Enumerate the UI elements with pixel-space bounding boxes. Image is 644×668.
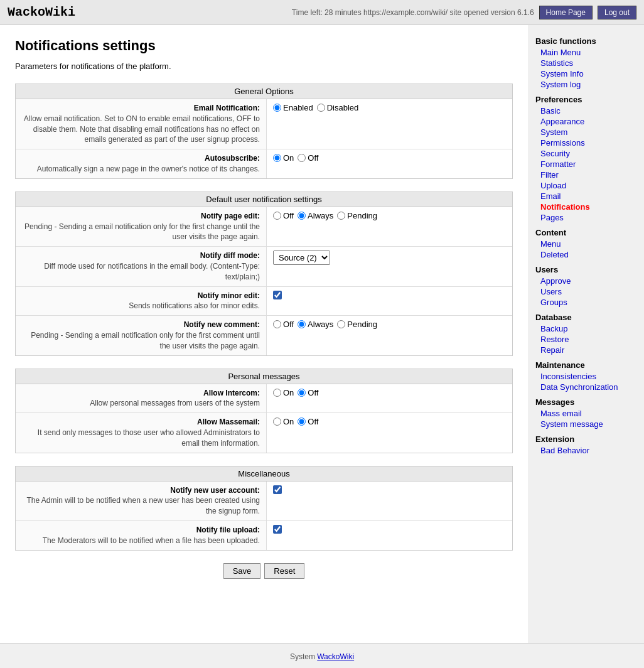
allow-intercom-row: Allow Intercom: Allow personal messages …	[16, 384, 512, 414]
notify-page-edit-off-radio[interactable]	[273, 212, 281, 220]
notify-new-comment-off-radio[interactable]	[273, 320, 281, 328]
sidebar-item-notifications[interactable]: Notifications	[535, 202, 636, 212]
footer-link[interactable]: WackoWiki	[317, 652, 354, 661]
header-info: Time left: 28 minutes https://example.co…	[292, 8, 534, 17]
page-title: Notifications settings	[15, 38, 513, 54]
notify-new-comment-always-option[interactable]: Always	[298, 320, 333, 329]
notify-page-edit-off-option[interactable]: Off	[273, 211, 294, 220]
notify-page-edit-always-option[interactable]: Always	[298, 211, 333, 220]
sidebar-item-system-info[interactable]: System Info	[535, 68, 636, 79]
allow-massemail-on-option[interactable]: On	[273, 417, 294, 426]
allow-intercom-off-option[interactable]: Off	[298, 388, 318, 397]
sidebar-item-approve[interactable]: Approve	[535, 276, 636, 286]
sidebar-item-menu[interactable]: Menu	[535, 239, 636, 249]
homepage-button[interactable]: Home Page	[539, 6, 593, 19]
allow-intercom-value: On Off	[267, 384, 512, 413]
autosubscribe-off-radio[interactable]	[298, 154, 306, 162]
notify-new-comment-row: Notify new comment: Pending - Sending a …	[16, 316, 512, 355]
notify-new-comment-label-strong: Notify new comment:	[184, 320, 260, 329]
allow-massemail-value: On Off	[267, 413, 512, 452]
autosubscribe-value: On Off	[267, 149, 512, 178]
sidebar-item-data-synchronization[interactable]: Data Synchronization	[535, 382, 636, 392]
sidebar-item-security[interactable]: Security	[535, 148, 636, 159]
autosubscribe-radios: On Off	[273, 153, 318, 163]
sidebar-item-filter[interactable]: Filter	[535, 170, 636, 180]
notify-page-edit-pending-option[interactable]: Pending	[337, 211, 377, 220]
sidebar-item-email[interactable]: Email	[535, 191, 636, 202]
header-right: Time left: 28 minutes https://example.co…	[292, 6, 636, 19]
email-enabled-option[interactable]: Enabled	[273, 103, 313, 112]
sidebar-item-formatter[interactable]: Formatter	[535, 159, 636, 170]
sidebar-section-basic-functions: Basic functions	[535, 36, 636, 46]
sidebar-item-repair[interactable]: Repair	[535, 345, 636, 355]
notify-diff-mode-value: Source (2)	[267, 247, 512, 286]
sidebar-item-groups[interactable]: Groups	[535, 297, 636, 308]
email-disabled-option[interactable]: Disabled	[317, 103, 359, 112]
sidebar-item-system-log[interactable]: System log	[535, 79, 636, 90]
reset-button[interactable]: Reset	[264, 563, 304, 579]
notify-new-user-checkbox[interactable]	[273, 485, 282, 494]
personal-messages-title: Personal messages	[16, 369, 512, 384]
email-notification-row: Email Notification: Allow email notifica…	[16, 99, 512, 149]
notify-diff-mode-select[interactable]: Source (2)	[273, 251, 330, 265]
sidebar-item-inconsistencies[interactable]: Inconsistencies	[535, 371, 636, 382]
sidebar-item-system[interactable]: System	[535, 127, 636, 137]
email-notification-label-strong: Email Notification:	[194, 104, 260, 112]
sidebar-item-users[interactable]: Users	[535, 286, 636, 297]
sidebar-item-backup[interactable]: Backup	[535, 323, 636, 334]
sidebar-item-appearance[interactable]: Appearance	[535, 116, 636, 127]
notify-new-comment-value: Off Always Pending	[267, 316, 512, 355]
notify-page-edit-radios: Off Always Pending	[273, 211, 377, 220]
sidebar-item-basic[interactable]: Basic	[535, 105, 636, 116]
form-buttons: Save Reset	[15, 563, 513, 579]
notify-new-comment-desc: Pending - Sending a email notification o…	[31, 331, 260, 350]
sidebar-item-deleted[interactable]: Deleted	[535, 249, 636, 260]
notify-file-upload-checkbox[interactable]	[273, 525, 282, 534]
allow-massemail-off-option[interactable]: Off	[298, 417, 318, 426]
notify-page-edit-always-radio[interactable]	[298, 212, 306, 220]
logout-button[interactable]: Log out	[598, 6, 636, 19]
notify-new-comment-pending-option[interactable]: Pending	[337, 320, 377, 329]
allow-massemail-on-radio[interactable]	[273, 418, 281, 426]
email-enabled-radio[interactable]	[273, 104, 281, 112]
allow-intercom-on-option[interactable]: On	[273, 388, 294, 397]
sidebar-item-system-message[interactable]: System message	[535, 419, 636, 429]
autosubscribe-row: Autosubscribe: Automatically sign a new …	[16, 149, 512, 178]
notify-new-user-label-strong: Notify new user account:	[170, 486, 260, 495]
miscellaneous-section: Miscellaneous Notify new user account: T…	[15, 466, 513, 551]
autosubscribe-on-radio[interactable]	[273, 154, 281, 162]
email-disabled-radio[interactable]	[317, 104, 325, 112]
notify-diff-mode-label-strong: Notify diff mode:	[200, 251, 260, 260]
autosubscribe-on-option[interactable]: On	[273, 153, 294, 163]
save-button[interactable]: Save	[223, 563, 261, 579]
notify-file-upload-value	[267, 521, 512, 550]
notify-file-upload-label: Notify file upload: The Moderators will …	[16, 521, 267, 550]
notify-new-comment-off-option[interactable]: Off	[273, 320, 294, 329]
autosubscribe-off-label: Off	[308, 153, 318, 163]
sidebar-item-upload[interactable]: Upload	[535, 180, 636, 191]
email-notification-desc: Allow email notification. Set to ON to e…	[24, 114, 260, 144]
notify-file-upload-label-strong: Notify file upload:	[196, 525, 260, 534]
sidebar-item-permissions[interactable]: Permissions	[535, 137, 636, 148]
sidebar-item-restore[interactable]: Restore	[535, 334, 636, 345]
autosubscribe-off-option[interactable]: Off	[298, 153, 318, 163]
allow-massemail-label-strong: Allow Massemail:	[197, 418, 260, 426]
allow-massemail-off-radio[interactable]	[298, 418, 306, 426]
personal-messages-section: Personal messages Allow Intercom: Allow …	[15, 369, 513, 453]
sidebar-item-statistics[interactable]: Statistics	[535, 58, 636, 68]
notify-diff-mode-label: Notify diff mode: Diff mode used for not…	[16, 247, 267, 286]
allow-intercom-on-radio[interactable]	[273, 389, 281, 397]
default-user-title: Default user notification settings	[16, 192, 512, 207]
sidebar-item-pages[interactable]: Pages	[535, 212, 636, 223]
notify-new-comment-pending-radio[interactable]	[337, 320, 345, 328]
allow-intercom-off-radio[interactable]	[298, 389, 306, 397]
sidebar-item-bad-behavior[interactable]: Bad Behavior	[535, 445, 636, 456]
sidebar-section-maintenance: Maintenance	[535, 360, 636, 370]
email-notification-radios: Enabled Disabled	[273, 103, 358, 112]
notify-page-edit-pending-radio[interactable]	[337, 212, 345, 220]
allow-massemail-desc: It send only messages to those user who …	[38, 428, 260, 448]
notify-new-comment-always-radio[interactable]	[298, 320, 306, 328]
sidebar-item-main-menu[interactable]: Main Menu	[535, 47, 636, 58]
notify-minor-edit-checkbox[interactable]	[273, 291, 282, 299]
sidebar-item-mass-email[interactable]: Mass email	[535, 408, 636, 419]
